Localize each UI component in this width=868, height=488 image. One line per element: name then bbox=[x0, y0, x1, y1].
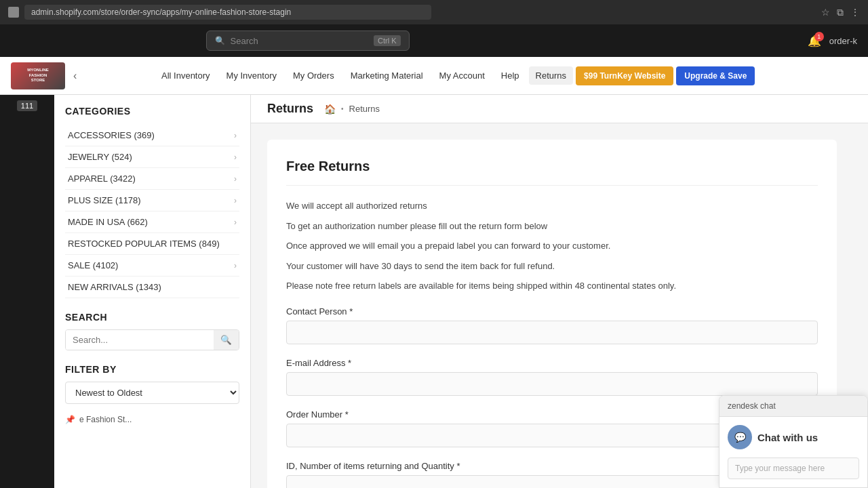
category-made-in-usa[interactable]: MADE IN USA (662) › bbox=[65, 211, 239, 233]
nav-my-account[interactable]: My Account bbox=[433, 66, 492, 85]
chevron-right-icon: › bbox=[234, 174, 237, 184]
store-header: MYONLINEFASHIONSTORE ‹ All Inventory My … bbox=[0, 57, 868, 95]
turnkey-website-button[interactable]: $99 TurnKey Website bbox=[576, 66, 673, 85]
store-nav: All Inventory My Inventory My Orders Mar… bbox=[155, 66, 857, 85]
nav-my-inventory[interactable]: My Inventory bbox=[220, 66, 283, 85]
left-sidebar: CATEGORIES ACCESSORIES (369) › JEWELRY (… bbox=[54, 95, 251, 488]
category-restocked[interactable]: RESTOCKED POPULAR ITEMS (849) bbox=[65, 233, 239, 255]
email-address-group: E-mail Address * bbox=[286, 358, 818, 396]
chat-widget: zendesk chat 💬 Chat with us Type your me… bbox=[719, 395, 868, 488]
returns-heading: Free Returns bbox=[286, 159, 818, 186]
breadcrumb-current: Returns bbox=[349, 104, 380, 114]
page-title: Returns bbox=[267, 102, 313, 116]
store-pin-icon: 📌 bbox=[65, 415, 75, 424]
breadcrumb-bar: Returns 🏠 • Returns bbox=[251, 95, 868, 123]
breadcrumb-dot: • bbox=[341, 105, 344, 113]
upgrade-save-button[interactable]: Upgrade & Save bbox=[676, 66, 755, 85]
store-label-bottom: 📌 e Fashion St... bbox=[65, 415, 239, 424]
categories-title: CATEGORIES bbox=[65, 106, 239, 117]
contact-person-group: Contact Person * bbox=[286, 306, 818, 344]
category-apparel[interactable]: APPAREL (3422) › bbox=[65, 168, 239, 190]
nav-help[interactable]: Help bbox=[494, 66, 526, 85]
global-search[interactable]: 🔍 Search Ctrl K bbox=[206, 30, 410, 51]
store-logo[interactable]: MYONLINEFASHIONSTORE bbox=[11, 62, 65, 89]
search-input-wrapper: 🔍 bbox=[65, 329, 239, 350]
category-plus-size[interactable]: PLUS SIZE (1178) › bbox=[65, 190, 239, 211]
search-section: SEARCH 🔍 bbox=[65, 312, 239, 350]
url-bar[interactable]: admin.shopify.com/store/order-sync/apps/… bbox=[24, 5, 431, 20]
chat-header: zendesk chat bbox=[719, 396, 867, 417]
user-label: order-k bbox=[829, 36, 857, 46]
returns-desc-4: Your customer will have 30 days to send … bbox=[286, 260, 818, 273]
email-address-label: E-mail Address * bbox=[286, 358, 818, 368]
search-section-title: SEARCH bbox=[65, 312, 239, 323]
chat-input[interactable]: Type your message here bbox=[728, 458, 859, 479]
favicon-icon bbox=[8, 7, 19, 18]
filter-title: FILTER BY bbox=[65, 364, 239, 375]
filter-section: FILTER BY Newest to Oldest Oldest to New… bbox=[65, 364, 239, 404]
search-placeholder: Search bbox=[231, 36, 258, 46]
chat-agent-avatar: 💬 bbox=[728, 425, 752, 449]
app-header-right: 🔔 1 order-k bbox=[808, 35, 857, 47]
home-icon[interactable]: 🏠 bbox=[324, 104, 336, 115]
notification-badge: 1 bbox=[814, 32, 824, 41]
category-jewelry[interactable]: JEWELRY (524) › bbox=[65, 146, 239, 168]
browser-icons: ☆ ⧉ ⋮ bbox=[821, 7, 860, 18]
notification-bell[interactable]: 🔔 1 bbox=[808, 35, 821, 47]
extensions-icon[interactable]: ⧉ bbox=[837, 7, 844, 18]
filter-select[interactable]: Newest to Oldest Oldest to Newest Price:… bbox=[65, 382, 239, 404]
nav-marketing-material[interactable]: Marketing Material bbox=[344, 66, 430, 85]
search-button[interactable]: 🔍 bbox=[214, 330, 239, 350]
chevron-right-icon: › bbox=[234, 196, 237, 205]
logo-text: MYONLINEFASHIONSTORE bbox=[26, 66, 50, 85]
browser-bar: admin.shopify.com/store/order-sync/apps/… bbox=[0, 0, 868, 24]
category-accessories[interactable]: ACCESSORIES (369) › bbox=[65, 125, 239, 146]
email-address-input[interactable] bbox=[286, 372, 818, 396]
shopify-sidebar: 111 bbox=[0, 95, 54, 488]
returns-desc-2: To get an authorization number please fi… bbox=[286, 220, 818, 233]
search-icon: 🔍 bbox=[215, 36, 225, 45]
bookmark-icon[interactable]: ☆ bbox=[821, 7, 830, 18]
app-header: 🔍 Search Ctrl K 🔔 1 order-k bbox=[0, 24, 868, 57]
nav-my-orders[interactable]: My Orders bbox=[286, 66, 341, 85]
nav-all-inventory[interactable]: All Inventory bbox=[155, 66, 217, 85]
chat-agent-icon: 💬 bbox=[734, 432, 746, 443]
returns-desc-1: We will accept all authorized returns bbox=[286, 199, 818, 213]
chevron-right-icon: › bbox=[234, 131, 237, 140]
contact-person-label: Contact Person * bbox=[286, 306, 818, 317]
returns-desc-5: Please note free return labels are avail… bbox=[286, 279, 818, 293]
category-new-arrivals[interactable]: NEW ARRIVALS (1343) bbox=[65, 277, 239, 298]
chat-body: 💬 Chat with us Type your message here bbox=[719, 417, 867, 487]
chat-with-us-label: Chat with us bbox=[757, 432, 818, 443]
chevron-right-icon: › bbox=[234, 218, 237, 227]
returns-desc-3: Once approved we will email you a prepai… bbox=[286, 239, 818, 253]
nav-returns[interactable]: Returns bbox=[529, 66, 574, 85]
chevron-right-icon: › bbox=[234, 261, 237, 270]
category-sale[interactable]: SALE (4102) › bbox=[65, 255, 239, 277]
chevron-right-icon: › bbox=[234, 152, 237, 162]
shopify-sidebar-badge: 111 bbox=[17, 100, 37, 111]
chat-agent-info: 💬 Chat with us bbox=[728, 425, 859, 449]
nav-back-arrow[interactable]: ‹ bbox=[71, 70, 79, 82]
store-logo-area: MYONLINEFASHIONSTORE ‹ bbox=[11, 62, 146, 89]
search-input[interactable] bbox=[66, 330, 214, 350]
search-shortcut: Ctrl K bbox=[374, 35, 401, 46]
more-icon[interactable]: ⋮ bbox=[850, 7, 860, 18]
contact-person-input[interactable] bbox=[286, 321, 818, 344]
store-name-label: e Fashion St... bbox=[79, 415, 132, 424]
